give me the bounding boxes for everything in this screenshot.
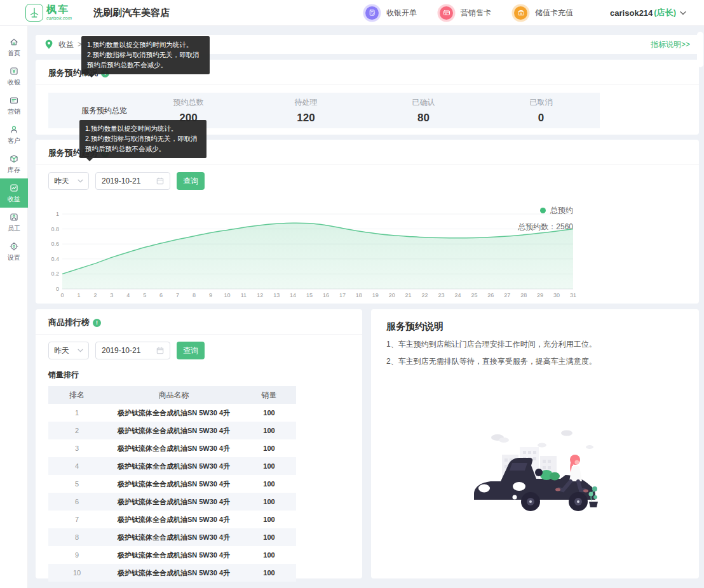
sidebar-item-inventory[interactable]: 库存 [0,149,28,178]
ranking-info-icon[interactable]: ! [93,319,101,327]
brand-domain: carisok.com [46,16,72,21]
svg-text:7: 7 [176,292,179,298]
trend-area-chart: 00.20.40.60.8101234567891011121314151617… [48,208,686,304]
brand-text: 枫车 carisok.com [46,4,72,21]
cash-box-icon [514,6,527,20]
brand-logo[interactable]: 枫车 carisok.com [25,4,72,22]
svg-text:17: 17 [339,292,346,298]
cell-rank: 7 [48,511,105,528]
sidebar-label: 设置 [8,253,20,262]
column-sales: 销量 [242,386,296,404]
svg-text:6: 6 [159,292,163,298]
column-product-name: 商品名称 [105,386,242,404]
trend-filter-row: 昨天 2019-10-21 查询 [48,172,686,190]
legend-dot-icon [540,208,546,213]
trend-date-input[interactable]: 2019-10-21 [95,172,170,190]
cell-rank: 4 [48,457,105,475]
table-row: 8极护钛流体全合成机油SN 5W30 4升100 [48,528,296,546]
cell-sales: 100 [242,493,296,511]
svg-text:10: 10 [224,292,230,298]
gear-icon [9,241,19,251]
legend-total-label: 总预约数：2560 [518,222,573,232]
topbar-actions: 收银开单 营销售卡 储值卡充值 carisok214 [342,6,686,20]
notes-item-2: 2、车主到店无需排队等待，直接享受服务，提高车主满意度。 [386,356,684,367]
sidebar-item-cashier[interactable]: 收银 [0,62,28,91]
stat-confirmed: 已确认 80 [365,97,482,124]
booking-notes-card: 服务预约说明 1、车主预约到店能让门店合理安排工作时间，充分利用工位。 2、车主… [371,309,699,578]
breadcrumb-root[interactable]: 收益 [58,39,74,50]
ranking-search-button[interactable]: 查询 [177,342,205,359]
staff-icon [9,212,19,222]
svg-text:28: 28 [520,292,527,298]
notes-title: 服务预约说明 [386,321,684,333]
svg-text:24: 24 [454,292,461,298]
sidebar-item-marketing[interactable]: 营销 [0,91,28,120]
cell-sales: 100 [242,475,296,493]
trend-body: 昨天 2019-10-21 查询 总预约 总预约数：2560 00.20.40.… [36,165,699,304]
stats-panel-label: 服务预约总览 [79,105,130,116]
legend-series-label: 总预约 [550,205,573,216]
ranking-date-input[interactable]: 2019-10-21 [95,342,170,359]
product-ranking-card: 商品排行榜 ! 昨天 2019-10-21 查询 销量排行 [36,309,362,578]
trend-range-select[interactable]: 昨天 [48,172,89,190]
sidebar-item-revenue[interactable]: 收益 [0,178,28,208]
svg-text:16: 16 [323,292,329,298]
svg-text:3: 3 [110,292,113,298]
sale-card-icon [440,6,453,20]
sidebar-label: 客户 [8,137,20,145]
sidebar-label: 收益 [8,195,20,204]
svg-text:15: 15 [306,292,313,298]
svg-text:14: 14 [290,292,296,298]
location-pin-icon [44,39,53,50]
scrollbar-thumb[interactable] [697,32,703,67]
table-row: 4极护钛流体全合成机油SN 5W30 4升100 [48,457,296,475]
ranking-title: 商品排行榜 [48,317,90,328]
table-row: 1极护钛流体全合成机油SN 5W30 4升100 [48,404,296,422]
tooltip-line: 1.预约数量以提交时间为统计。 [85,124,201,134]
cell-name: 极护钛流体全合成机油SN 5W30 4升 [105,546,242,564]
marketing-card-button[interactable]: 营销售卡 [440,6,491,20]
sidebar-label: 首页 [8,49,20,58]
top-header: 枫车 carisok.com 洗刷刷汽车美容店 收银开单 [0,0,704,26]
order-pen-icon [365,6,379,20]
sidebar-label: 员工 [8,224,20,233]
ranking-card-header: 商品排行榜 ! [36,309,362,335]
ranking-range-select[interactable]: 昨天 [48,342,89,359]
stored-value-recharge-button[interactable]: 储值卡充值 [514,6,573,20]
chevron-down-icon [680,11,686,15]
cashier-order-button[interactable]: 收银开单 [365,6,417,20]
sidebar-item-settings[interactable]: 设置 [0,237,28,266]
table-header-row: 排名 商品名称 销量 [48,386,296,404]
svg-text:29: 29 [537,292,543,298]
sidebar-item-customers[interactable]: 客户 [0,120,28,149]
trend-tooltip: 1.预约数量以提交时间为统计。 2.预约数指标与取消预约无关，即取消预约后预约总… [79,120,206,158]
svg-text:12: 12 [257,292,263,298]
marketing-card-label: 营销售卡 [461,8,491,18]
cell-rank: 5 [48,475,105,493]
svg-text:5: 5 [143,292,146,298]
cashier-icon [9,66,19,76]
notes-item-1: 1、车主预约到店能让门店合理安排工作时间，充分利用工位。 [386,338,684,350]
chevron-down-icon [78,349,83,352]
trend-search-button[interactable]: 查询 [177,172,205,190]
cell-rank: 2 [48,422,105,439]
indicator-help-link[interactable]: 指标说明>> [651,39,690,50]
sidebar-label: 营销 [8,107,20,116]
cell-name: 极护钛流体全合成机油SN 5W30 4升 [105,493,242,511]
svg-text:26: 26 [487,292,494,298]
sidebar-label: 库存 [8,166,20,175]
svg-text:1: 1 [56,211,59,217]
sidebar-item-staff[interactable]: 员工 [0,208,28,237]
ranking-body: 昨天 2019-10-21 查询 销量排行 排名 商品名称 销量 [36,335,362,582]
sidebar-item-home[interactable]: 首页 [0,32,28,62]
user-menu[interactable]: carisok214 (店长) [610,7,686,18]
sidebar-nav: 首页 收银 营销 客户 库存 [0,26,28,588]
svg-text:30: 30 [553,292,560,298]
svg-text:31: 31 [570,292,576,298]
cell-sales: 100 [242,457,296,475]
cell-rank: 1 [48,404,105,422]
illustration-wrap [386,423,684,524]
cell-name: 极护钛流体全合成机油SN 5W30 4升 [105,439,242,457]
cashier-order-label: 收银开单 [386,8,417,18]
cell-rank: 3 [48,439,105,457]
